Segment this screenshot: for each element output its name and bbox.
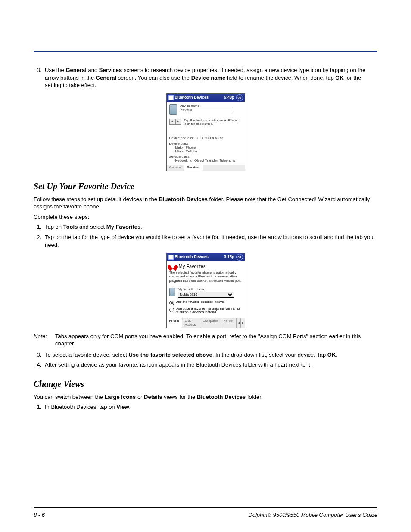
bold: General <box>96 75 116 81</box>
pda-titlebar: Bluetooth Devices 3:15p ok <box>167 253 245 261</box>
window-icon <box>168 95 174 100</box>
text: Use the <box>45 67 65 73</box>
favorite-steps-cont: To select a favorite device, select Use … <box>34 351 377 369</box>
devclass-minor: Minor: Cellular <box>169 150 242 154</box>
note-text: Tabs appears only for COM ports you have… <box>55 333 377 348</box>
text: screen. You can also use the <box>116 75 191 81</box>
addr-value: 00.80.37.0a.43.ee <box>196 136 224 140</box>
favorite-phone-label: My favorite phone: <box>178 288 242 292</box>
bold: OK <box>335 75 344 81</box>
tabs-scroll-left[interactable]: ◄ <box>237 318 240 328</box>
tab-printer[interactable]: Printer <box>221 318 237 328</box>
section-change-views: Change Views <box>34 379 377 389</box>
window-icon <box>168 255 174 260</box>
ok-button[interactable]: ok <box>236 94 243 101</box>
bold: Device name <box>191 75 226 81</box>
text: field to rename the device. When done, t… <box>225 75 335 81</box>
figure-my-favorites: Bluetooth Devices 3:15p ok My Favorites … <box>34 253 377 328</box>
paragraph: You can switch between the Large Icons o… <box>34 393 377 401</box>
fav-step-3: To select a favorite device, select Use … <box>43 351 377 359</box>
ok-button[interactable]: ok <box>236 254 243 261</box>
addr-label: Device address: <box>169 136 194 140</box>
radio-use-favorite-label: Use the favorite selected above. <box>176 300 225 304</box>
icon-hint: Tap the buttons to choose a different ic… <box>184 119 242 127</box>
tab-phone[interactable]: Phone <box>167 318 182 328</box>
tabs-scroll-right[interactable]: ► <box>240 318 244 328</box>
radio-use-favorite[interactable] <box>169 301 174 305</box>
figure-bluetooth-general: Bluetooth Devices 5:43p ok Device name: <box>34 93 377 171</box>
clock: 5:43p <box>224 96 234 100</box>
my-favorites-heading: My Favorites <box>179 264 206 269</box>
footer-title: Dolphin® 9500/9550 Mobile Computer User'… <box>248 512 377 518</box>
radio-prompt[interactable] <box>169 308 174 312</box>
section-favorite-device: Set Up Your Favorite Device <box>34 181 377 191</box>
hearts-icon <box>169 264 176 269</box>
fav-step-2: Tap on the tab for the type of device yo… <box>43 233 377 249</box>
favorite-phone-select[interactable]: Nokia 6310 <box>178 292 234 298</box>
tab-computer[interactable]: Computer <box>200 318 221 328</box>
bold: General <box>65 67 86 73</box>
tab-general[interactable]: General <box>167 165 184 171</box>
view-step-1: In Bluetooth Devices, tap on View. <box>43 403 377 411</box>
note-label: Note: <box>34 333 51 348</box>
text: and <box>87 67 99 73</box>
pda-titlebar: Bluetooth Devices 5:43p ok <box>167 94 245 102</box>
page-number: 8 - 6 <box>34 512 45 518</box>
window-title: Bluetooth Devices <box>175 255 209 259</box>
clock: 3:15p <box>224 255 234 259</box>
note: Note: Tabs appears only for COM ports yo… <box>34 333 377 348</box>
tab-services[interactable]: Services <box>184 165 203 171</box>
step-list-top: Use the General and Services screens to … <box>34 66 377 89</box>
svcclass-value: Networking, Object Transfer, Telephony <box>169 159 242 163</box>
fav-step-1: Tap on Tools and select My Favorites. <box>43 223 377 231</box>
radio-prompt-label: Don't use a favorite - prompt me with a … <box>176 307 242 315</box>
device-icon <box>169 104 177 115</box>
phone-icon <box>169 288 175 296</box>
bottom-rule <box>34 507 377 508</box>
prev-icon-button[interactable]: ◄ <box>169 119 175 125</box>
favorite-description: The selected favorite phone is automatic… <box>167 270 245 284</box>
favorite-steps: Tap on Tools and select My Favorites. Ta… <box>34 223 377 249</box>
view-steps: In Bluetooth Devices, tap on View. <box>34 403 377 411</box>
top-rule <box>34 51 377 52</box>
paragraph: Follow these steps to set up default dev… <box>34 196 377 211</box>
tab-lan-access[interactable]: LAN Access <box>182 318 200 328</box>
step-3: Use the General and Services screens to … <box>43 66 377 89</box>
bold: Services <box>99 67 122 73</box>
window-title: Bluetooth Devices <box>175 96 209 100</box>
paragraph: Complete these steps: <box>34 213 377 221</box>
device-name-label: Device name: <box>180 104 242 108</box>
icon-arrow-buttons[interactable]: ◄ ► <box>169 119 181 125</box>
fav-step-4: After setting a device as your favorite,… <box>43 361 377 369</box>
next-icon-button[interactable]: ► <box>175 119 181 125</box>
device-name-input[interactable] <box>180 108 231 112</box>
